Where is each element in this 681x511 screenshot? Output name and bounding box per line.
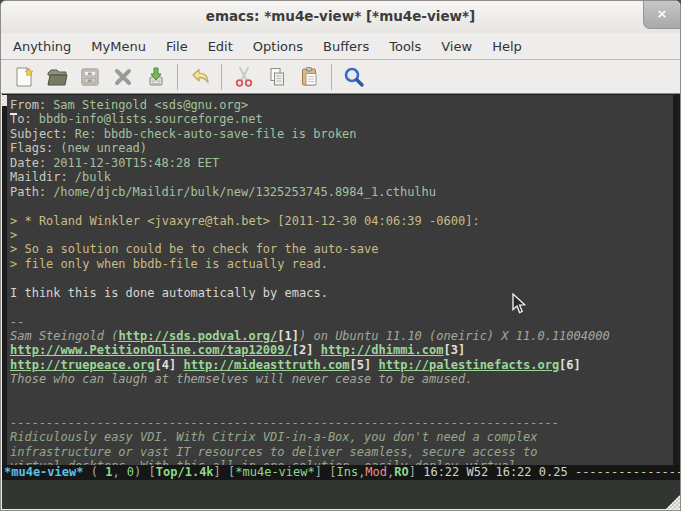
modeline-flag-mod: Mod xyxy=(365,465,387,479)
menu-file[interactable]: File xyxy=(156,35,198,58)
signature-line-1: Sam Steingold (http://sds.podval.org/[1]… xyxy=(10,329,672,343)
link-petitiononline[interactable]: http://www.PetitionOnline.com/tap12009/ xyxy=(10,343,292,357)
blank-line xyxy=(10,271,672,285)
save-button[interactable] xyxy=(73,63,106,91)
link-dhimmi[interactable]: http://dhimmi.com xyxy=(321,343,444,357)
modeline-buffer-ref: *mu4e-view* xyxy=(235,465,314,479)
menu-options[interactable]: Options xyxy=(243,35,313,58)
link-sds-podval[interactable]: http://sds.podval.org/ xyxy=(118,329,277,343)
footnote-marker: [2] xyxy=(292,343,321,357)
close-buffer-button[interactable] xyxy=(106,63,139,91)
close-button[interactable]: × xyxy=(643,1,680,29)
ad-separator: ----------------------------------------… xyxy=(10,416,672,430)
header-label: Maildir: xyxy=(10,170,68,184)
text-cursor xyxy=(10,113,17,115)
emacs-window: emacs: *mu4e-view* [*mu4e-view*] × Anyth… xyxy=(0,0,681,511)
minibuffer[interactable] xyxy=(2,480,681,509)
quoted-line: > So a solution could be to check for th… xyxy=(10,242,672,256)
quoted-line: > file only when bbdb-file is actually r… xyxy=(10,257,672,271)
left-scrollbar[interactable] xyxy=(2,95,7,482)
header-value: Sam Steingold <sds@gnu.org> xyxy=(53,98,248,112)
modeline-status: 16:22 W52 16:22 0.25 xyxy=(423,465,575,479)
window-title: emacs: *mu4e-view* [*mu4e-view*] xyxy=(1,8,680,24)
modeline-text: ] xyxy=(409,465,423,479)
signature-line-3: http://truepeace.org[4] http://mideasttr… xyxy=(10,358,672,372)
modeline-flag-ro: RO xyxy=(394,465,408,479)
header-from: From:Sam Steingold <sds@gnu.org> xyxy=(10,98,672,112)
new-file-button[interactable] xyxy=(7,63,40,91)
header-label: Flags: xyxy=(10,141,53,155)
header-value: Re: bbdb-check-auto-save-file is broken xyxy=(75,127,357,141)
signature-delimiter: -- xyxy=(10,315,672,329)
undo-icon xyxy=(188,65,212,89)
close-buffer-icon xyxy=(111,65,135,89)
menu-help[interactable]: Help xyxy=(482,35,532,58)
open-folder-icon xyxy=(45,65,69,89)
menu-bar: Anything MyMenu File Edit Options Buffer… xyxy=(1,33,680,60)
blank-line xyxy=(10,199,672,213)
cut-button[interactable] xyxy=(227,63,260,91)
scrollbar-trough-top xyxy=(2,95,7,106)
header-to: To:bbdb-info@lists.sourceforge.net xyxy=(10,112,672,126)
undo-button[interactable] xyxy=(183,63,216,91)
modeline-position: Top/1.4k xyxy=(156,465,214,479)
menu-tools[interactable]: Tools xyxy=(379,35,431,58)
blank-line xyxy=(10,300,672,314)
footnote-marker: [3] xyxy=(444,343,466,357)
menu-view[interactable]: View xyxy=(431,35,482,58)
blank-line xyxy=(10,401,672,415)
footnote-marker: [5] xyxy=(350,358,379,372)
signature-text: ) on Ubuntu 11.10 (oneiric) X 11.0.11004… xyxy=(299,329,610,343)
menu-anything[interactable]: Anything xyxy=(3,35,81,58)
cut-icon xyxy=(232,65,256,89)
toolbar-separator xyxy=(177,64,178,90)
menu-buffers[interactable]: Buffers xyxy=(313,35,379,58)
body-line: I think this is done automatically by em… xyxy=(10,286,672,300)
menu-mymenu[interactable]: MyMenu xyxy=(81,35,156,58)
modeline-text: [ xyxy=(149,465,156,479)
paste-button[interactable] xyxy=(293,63,326,91)
quoted-line: > xyxy=(10,228,672,242)
footnote-marker: [4] xyxy=(155,358,184,372)
signature-quote: Those who can laugh at themselves will n… xyxy=(10,372,672,386)
header-value: 2011-12-30T15:48:28 EET xyxy=(53,156,219,170)
resize-grip[interactable] xyxy=(666,494,681,509)
modeline-text: ) xyxy=(134,465,148,479)
link-truepeace[interactable]: http://truepeace.org xyxy=(10,358,155,372)
header-subject: Subject:Re: bbdb-check-auto-save-file is… xyxy=(10,127,672,141)
close-icon: × xyxy=(657,6,668,21)
menu-edit[interactable]: Edit xyxy=(198,35,243,58)
header-label: Date: xyxy=(10,156,46,170)
signature-line-2: http://www.PetitionOnline.com/tap12009/[… xyxy=(10,343,672,357)
modeline-dashes: -------------------- xyxy=(575,465,681,479)
right-fringe xyxy=(673,95,681,482)
save-as-button[interactable] xyxy=(139,63,172,91)
footnote-marker: [1] xyxy=(277,329,299,343)
mode-line[interactable]: *mu4e-view* ( 1, 0) [Top/1.4k] [*mu4e-vi… xyxy=(2,465,681,480)
toolbar-separator xyxy=(331,64,332,90)
header-label: Subject: xyxy=(10,127,68,141)
ad-line: infrastructure or vast IT resources to d… xyxy=(10,445,672,459)
header-value: (new unread) xyxy=(60,141,147,155)
header-date: Date:2011-12-30T15:48:28 EET xyxy=(10,156,672,170)
header-path: Path:/home/djcb/Maildir/bulk/new/1325253… xyxy=(10,185,672,199)
link-palestinefacts[interactable]: http://palestinefacts.org xyxy=(378,358,559,372)
link-mideasttruth[interactable]: http://mideasttruth.com xyxy=(183,358,349,372)
title-bar[interactable]: emacs: *mu4e-view* [*mu4e-view*] × xyxy=(1,1,680,34)
search-button[interactable] xyxy=(337,63,370,91)
new-file-icon xyxy=(12,65,36,89)
modeline-text: , xyxy=(112,465,126,479)
copy-button[interactable] xyxy=(260,63,293,91)
header-flags: Flags:(new unread) xyxy=(10,141,672,155)
open-folder-button[interactable] xyxy=(40,63,73,91)
signature-text: Sam Steingold ( xyxy=(10,329,118,343)
header-value: /bulk xyxy=(75,170,111,184)
modeline-text: ] xyxy=(315,465,329,479)
modeline-col-number: 0 xyxy=(127,465,134,479)
toolbar-separator xyxy=(221,64,222,90)
buffer-content: From:Sam Steingold <sds@gnu.org> To:bbdb… xyxy=(10,98,672,482)
tool-bar xyxy=(1,60,680,94)
header-label: Path: xyxy=(10,185,46,199)
search-icon xyxy=(342,65,366,89)
mu4e-view-buffer[interactable]: From:Sam Steingold <sds@gnu.org> To:bbdb… xyxy=(2,94,681,482)
